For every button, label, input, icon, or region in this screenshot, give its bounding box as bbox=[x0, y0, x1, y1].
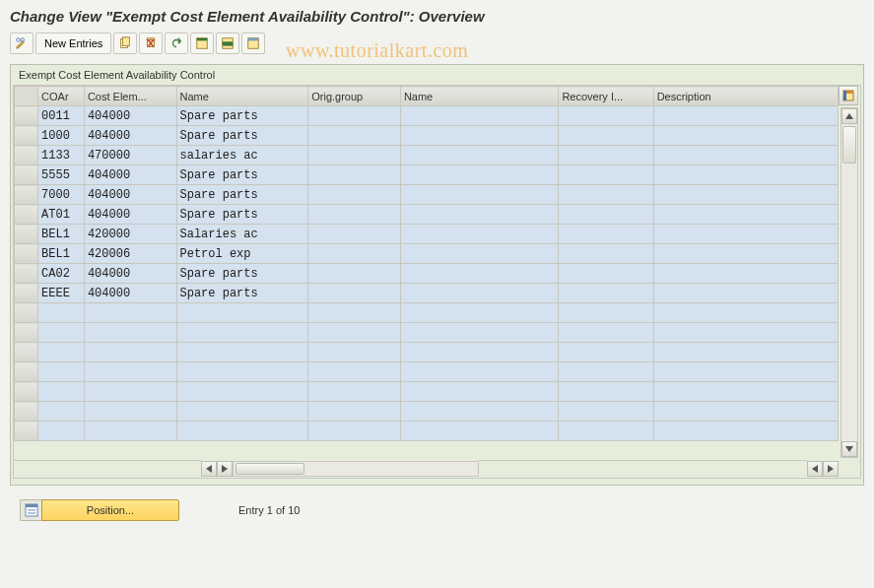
cell-name2[interactable] bbox=[400, 284, 559, 303]
hscroll-track[interactable] bbox=[233, 461, 479, 477]
scroll-left-button[interactable] bbox=[201, 461, 217, 477]
cell-cost_elem[interactable] bbox=[84, 323, 176, 343]
cell-description[interactable] bbox=[653, 185, 838, 205]
cell-name2[interactable] bbox=[400, 225, 559, 244]
cell-coar[interactable]: 5555 bbox=[38, 165, 85, 185]
position-button[interactable]: Position... bbox=[20, 499, 179, 521]
cell-name[interactable]: Spare parts bbox=[176, 185, 308, 205]
cell-cost_elem[interactable] bbox=[84, 402, 176, 422]
row-selector[interactable] bbox=[15, 303, 38, 323]
cell-coar[interactable] bbox=[38, 402, 85, 422]
scroll-down-button[interactable] bbox=[841, 441, 857, 457]
cell-cost_elem[interactable]: 404000 bbox=[84, 264, 176, 284]
cell-name[interactable] bbox=[176, 422, 308, 441]
row-selector[interactable] bbox=[15, 343, 38, 362]
cell-coar[interactable]: BEL1 bbox=[38, 225, 85, 244]
cell-recovery[interactable] bbox=[559, 126, 653, 146]
cell-coar[interactable] bbox=[38, 382, 85, 402]
cell-recovery[interactable] bbox=[559, 323, 653, 343]
row-selector[interactable] bbox=[15, 362, 38, 382]
cell-description[interactable] bbox=[653, 244, 838, 264]
undo-change-button[interactable] bbox=[165, 33, 188, 54]
row-selector[interactable] bbox=[15, 165, 38, 185]
cell-recovery[interactable] bbox=[559, 205, 653, 225]
cell-recovery[interactable] bbox=[559, 343, 653, 362]
row-selector[interactable] bbox=[15, 225, 38, 244]
cell-cost_elem[interactable]: 404000 bbox=[84, 165, 176, 185]
cell-cost_elem[interactable]: 404000 bbox=[84, 205, 176, 225]
cell-name2[interactable] bbox=[400, 244, 559, 264]
row-selector[interactable] bbox=[15, 323, 38, 343]
cell-name2[interactable] bbox=[400, 382, 559, 402]
row-selector[interactable] bbox=[15, 185, 38, 205]
cell-name[interactable]: salaries ac bbox=[176, 146, 308, 165]
cell-recovery[interactable] bbox=[559, 422, 653, 441]
cell-description[interactable] bbox=[653, 106, 838, 126]
cell-recovery[interactable] bbox=[559, 165, 653, 185]
cell-recovery[interactable] bbox=[559, 382, 653, 402]
cell-orig_group[interactable] bbox=[308, 323, 401, 343]
vscroll-thumb[interactable] bbox=[842, 126, 856, 163]
cell-recovery[interactable] bbox=[559, 106, 653, 126]
cell-cost_elem[interactable]: 404000 bbox=[84, 185, 176, 205]
cell-recovery[interactable] bbox=[559, 185, 653, 205]
new-entries-button[interactable]: New Entries bbox=[35, 33, 111, 54]
cell-description[interactable] bbox=[653, 323, 838, 343]
deselect-all-button[interactable] bbox=[241, 33, 265, 54]
row-selector[interactable] bbox=[15, 402, 38, 422]
cell-description[interactable] bbox=[653, 402, 838, 422]
column-header-recovery[interactable]: Recovery I... bbox=[559, 87, 653, 106]
cell-description[interactable] bbox=[653, 382, 838, 402]
cell-name2[interactable] bbox=[400, 106, 559, 126]
cell-name[interactable] bbox=[176, 323, 308, 343]
cell-name2[interactable] bbox=[400, 264, 559, 284]
cell-cost_elem[interactable]: 420006 bbox=[84, 244, 176, 264]
cell-name2[interactable] bbox=[400, 205, 559, 225]
column-header-orig-group[interactable]: Orig.group bbox=[308, 87, 401, 106]
row-selector[interactable] bbox=[15, 382, 38, 402]
cell-name[interactable]: Spare parts bbox=[176, 205, 308, 225]
cell-coar[interactable]: 1133 bbox=[38, 146, 85, 165]
cell-name[interactable]: Spare parts bbox=[176, 106, 308, 126]
cell-name2[interactable] bbox=[400, 185, 559, 205]
select-all-button[interactable] bbox=[190, 33, 214, 54]
cell-name2[interactable] bbox=[400, 402, 559, 422]
scroll-right-step-button[interactable] bbox=[217, 461, 233, 477]
cell-name[interactable]: Spare parts bbox=[176, 165, 308, 185]
cell-description[interactable] bbox=[653, 422, 838, 441]
cell-orig_group[interactable] bbox=[308, 205, 401, 225]
cell-description[interactable] bbox=[653, 303, 838, 323]
cell-coar[interactable] bbox=[38, 343, 85, 362]
cell-orig_group[interactable] bbox=[308, 382, 401, 402]
cell-orig_group[interactable] bbox=[308, 264, 401, 284]
cell-recovery[interactable] bbox=[559, 264, 653, 284]
row-selector[interactable] bbox=[15, 205, 38, 225]
row-selector[interactable] bbox=[15, 126, 38, 146]
cell-name2[interactable] bbox=[400, 323, 559, 343]
column-header-coar[interactable]: COAr bbox=[38, 87, 85, 106]
cell-orig_group[interactable] bbox=[308, 225, 401, 244]
cell-coar[interactable]: 1000 bbox=[38, 126, 85, 146]
delete-button[interactable] bbox=[139, 33, 163, 54]
cell-coar[interactable]: 7000 bbox=[38, 185, 85, 205]
cell-cost_elem[interactable]: 420000 bbox=[84, 225, 176, 244]
cell-cost_elem[interactable] bbox=[84, 382, 176, 402]
cell-cost_elem[interactable]: 470000 bbox=[84, 146, 176, 165]
cell-name[interactable] bbox=[176, 402, 308, 422]
cell-recovery[interactable] bbox=[559, 146, 653, 165]
cell-recovery[interactable] bbox=[559, 284, 653, 303]
cell-orig_group[interactable] bbox=[308, 244, 401, 264]
cell-name[interactable] bbox=[176, 343, 308, 362]
cell-description[interactable] bbox=[653, 225, 838, 244]
cell-orig_group[interactable] bbox=[308, 165, 401, 185]
cell-name2[interactable] bbox=[400, 422, 559, 441]
select-block-button[interactable] bbox=[216, 33, 239, 54]
cell-name[interactable]: Spare parts bbox=[176, 284, 308, 303]
cell-description[interactable] bbox=[653, 146, 838, 165]
cell-coar[interactable]: AT01 bbox=[38, 205, 85, 225]
cell-recovery[interactable] bbox=[559, 402, 653, 422]
cell-orig_group[interactable] bbox=[308, 146, 401, 165]
cell-name2[interactable] bbox=[400, 146, 559, 165]
cell-orig_group[interactable] bbox=[308, 422, 401, 441]
cell-description[interactable] bbox=[653, 205, 838, 225]
